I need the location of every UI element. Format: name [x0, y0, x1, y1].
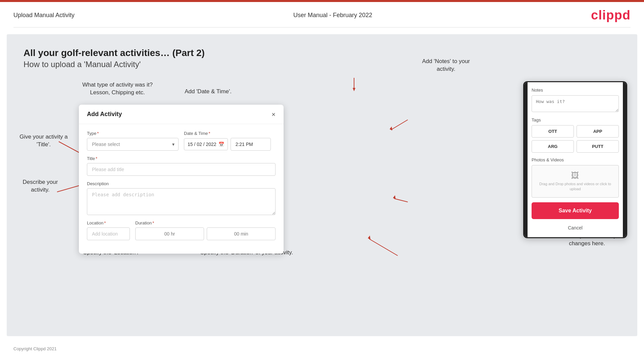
svg-marker-19 [368, 236, 370, 240]
annotation-title: Give your activity a 'Title'. [17, 133, 70, 149]
time-input[interactable] [231, 138, 271, 151]
notes-textarea[interactable] [532, 95, 619, 112]
logo: clippd [591, 8, 631, 22]
phone-mock: Notes Tags OTT APP ARG PUTT Photos & Vid… [523, 81, 627, 238]
type-label: Type* [87, 131, 179, 136]
location-group: Location* [87, 220, 130, 240]
phone-panel: Notes Tags OTT APP ARG PUTT Photos & Vid… [523, 81, 627, 238]
description-label-field: Description [87, 181, 276, 186]
svg-marker-17 [393, 195, 396, 199]
title-label-field: Title* [87, 156, 276, 161]
phone-inner: Notes Tags OTT APP ARG PUTT Photos & Vid… [528, 82, 623, 237]
modal-title: Add Activity [87, 111, 122, 118]
type-select-wrapper: Please select [87, 138, 179, 151]
annotation-description: Describe your activity. [13, 178, 67, 194]
type-select[interactable]: Please select [87, 138, 179, 151]
datetime-label: Date & Time* [184, 131, 276, 136]
phone-right-bar [623, 82, 626, 237]
duration-min-input[interactable] [207, 227, 276, 240]
upload-icon: 🖼 [535, 171, 615, 180]
title-group: Title* [87, 156, 276, 176]
modal-header: Add Activity × [79, 105, 284, 124]
description-textarea[interactable] [87, 188, 276, 215]
type-datetime-row: Type* Please select Date & Time* [87, 131, 276, 151]
tag-arg[interactable]: ARG [532, 140, 574, 153]
photos-section-label: Photos & Videos [532, 157, 619, 162]
annotation-activity-type: What type of activity was it? Lesson, Ch… [74, 81, 161, 97]
duration-inputs [135, 227, 276, 240]
title-input[interactable] [87, 163, 276, 176]
datetime-group: Date & Time* 15 / 02 / 2022 📅 [184, 131, 276, 151]
location-label-field: Location* [87, 220, 130, 225]
svg-marker-15 [390, 126, 392, 131]
upload-text: Drag and Drop photos and videos or click… [535, 182, 615, 192]
footer: Copyright Clippd 2021 [0, 343, 644, 355]
copyright-text: Copyright Clippd 2021 [13, 346, 57, 351]
annotation-date-time: Add 'Date & Time'. [171, 88, 245, 96]
location-input[interactable] [87, 227, 130, 240]
save-activity-button[interactable]: Save Activity [532, 202, 619, 219]
tag-putt[interactable]: PUTT [577, 140, 619, 153]
tags-grid: OTT APP ARG PUTT [532, 125, 619, 153]
header: Upload Manual Activity User Manual - Feb… [0, 2, 644, 27]
calendar-icon: 📅 [218, 142, 224, 147]
tag-app[interactable]: APP [577, 125, 619, 138]
modal-container: Add Activity × Type* Please select [79, 105, 284, 254]
description-group: Description [87, 181, 276, 215]
duration-hr-input[interactable] [135, 227, 204, 240]
modal-close-button[interactable]: × [271, 111, 276, 118]
tags-section-label: Tags [532, 117, 619, 122]
duration-group: Duration* [135, 220, 276, 240]
header-subtitle: User Manual - February 2022 [293, 12, 372, 19]
date-time-group: 15 / 02 / 2022 📅 [184, 138, 276, 151]
page-heading: All your golf-relevant activities… (Part… [23, 48, 621, 58]
main-content: All your golf-relevant activities… (Part… [7, 34, 637, 336]
svg-marker-13 [353, 88, 355, 91]
annotation-notes: Add 'Notes' to your activity. [412, 58, 480, 73]
location-duration-row: Location* Duration* [87, 220, 276, 240]
add-activity-modal: Add Activity × Type* Please select [79, 105, 284, 254]
svg-line-16 [394, 199, 408, 202]
header-divider [13, 27, 631, 28]
upload-area[interactable]: 🖼 Drag and Drop photos and videos or cli… [532, 165, 619, 198]
phone-left-bar [524, 82, 528, 237]
duration-label-field: Duration* [135, 220, 276, 225]
tag-ott[interactable]: OTT [532, 125, 574, 138]
svg-line-14 [391, 120, 408, 130]
cancel-button[interactable]: Cancel [532, 222, 619, 233]
type-group: Type* Please select [87, 131, 179, 151]
svg-line-18 [369, 239, 398, 256]
notes-section-label: Notes [532, 88, 619, 93]
page-title: Upload Manual Activity [13, 12, 75, 19]
modal-body: Type* Please select Date & Time* [79, 124, 284, 254]
date-input[interactable]: 15 / 02 / 2022 📅 [184, 138, 228, 150]
page-subheading: How to upload a 'Manual Activity' [23, 60, 621, 69]
